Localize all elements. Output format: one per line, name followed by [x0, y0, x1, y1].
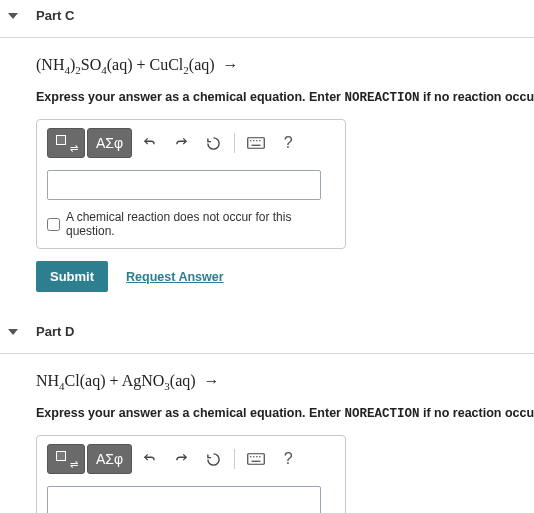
part-title: Part D [36, 324, 74, 339]
answer-input[interactable] [47, 486, 321, 513]
instruction-mono: NOREACTION [344, 91, 419, 105]
toolbar: ΑΣφ ? [47, 128, 335, 158]
instruction-text: Express your answer as a chemical equati… [36, 406, 534, 421]
symbols-button[interactable]: ΑΣφ [87, 128, 132, 158]
help-button[interactable]: ? [273, 128, 303, 158]
part-d: Part D NH4Cl(aq) + AgNO3(aq) → Express y… [0, 316, 534, 513]
reset-icon [206, 452, 221, 467]
toolbar-separator [234, 133, 235, 153]
part-header[interactable]: Part C [0, 0, 534, 38]
answer-panel: ΑΣφ ? A chemical reaction does not occur… [36, 435, 346, 513]
templates-button[interactable] [47, 444, 85, 474]
instruction-pre: Express your answer as a chemical equati… [36, 90, 344, 104]
part-header[interactable]: Part D [0, 316, 534, 354]
instruction-post: if no reaction occurs. Ide [419, 90, 534, 104]
templates-button[interactable] [47, 128, 85, 158]
reset-button[interactable] [198, 128, 228, 158]
undo-button[interactable] [134, 444, 164, 474]
chemical-equation: (NH4)2SO4(aq) + CuCl2(aq) → [36, 56, 534, 76]
answer-panel: ΑΣφ ? A chemical reaction does not occur… [36, 119, 346, 249]
keyboard-button[interactable] [241, 444, 271, 474]
request-answer-link[interactable]: Request Answer [126, 270, 223, 284]
help-icon: ? [284, 450, 293, 468]
no-reaction-label: A chemical reaction does not occur for t… [66, 210, 335, 238]
undo-button[interactable] [134, 128, 164, 158]
toolbar-separator [234, 449, 235, 469]
chemical-equation: NH4Cl(aq) + AgNO3(aq) → [36, 372, 534, 392]
no-reaction-row[interactable]: A chemical reaction does not occur for t… [47, 210, 335, 238]
keyboard-icon [247, 137, 265, 149]
part-body: NH4Cl(aq) + AgNO3(aq) → Express your ans… [0, 354, 534, 513]
part-c: Part C (NH4)2SO4(aq) + CuCl2(aq) → Expre… [0, 0, 534, 292]
collapse-caret-icon [8, 329, 18, 335]
part-title: Part C [36, 8, 74, 23]
actions-row: Submit Request Answer [36, 261, 534, 292]
templates-icon [56, 135, 76, 151]
redo-button[interactable] [166, 128, 196, 158]
svg-rect-6 [248, 454, 265, 465]
redo-icon [174, 452, 189, 466]
keyboard-icon [247, 453, 265, 465]
reset-button[interactable] [198, 444, 228, 474]
no-reaction-checkbox[interactable] [47, 218, 60, 231]
answer-input[interactable] [47, 170, 321, 200]
undo-icon [142, 136, 157, 150]
toolbar: ΑΣφ ? [47, 444, 335, 474]
keyboard-button[interactable] [241, 128, 271, 158]
help-button[interactable]: ? [273, 444, 303, 474]
redo-button[interactable] [166, 444, 196, 474]
collapse-caret-icon [8, 13, 18, 19]
instruction-mono: NOREACTION [344, 407, 419, 421]
reset-icon [206, 136, 221, 151]
templates-icon [56, 451, 76, 467]
undo-icon [142, 452, 157, 466]
instruction-post: if no reaction occurs. Ide [419, 406, 534, 420]
instruction-pre: Express your answer as a chemical equati… [36, 406, 344, 420]
svg-rect-0 [248, 138, 265, 149]
submit-button[interactable]: Submit [36, 261, 108, 292]
symbols-button[interactable]: ΑΣφ [87, 444, 132, 474]
redo-icon [174, 136, 189, 150]
help-icon: ? [284, 134, 293, 152]
instruction-text: Express your answer as a chemical equati… [36, 90, 534, 105]
part-body: (NH4)2SO4(aq) + CuCl2(aq) → Express your… [0, 38, 534, 292]
